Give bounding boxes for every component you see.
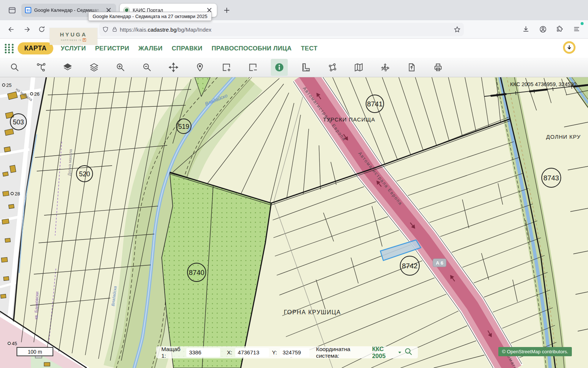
y-input[interactable] bbox=[280, 348, 309, 357]
area-label: ДОЛНИ КРУ bbox=[546, 134, 581, 140]
crs-value: ККС 2005 bbox=[372, 346, 395, 360]
crs-label: Координатна система: bbox=[316, 346, 368, 359]
extensions-icon[interactable] bbox=[553, 23, 566, 35]
svg-text:8740: 8740 bbox=[189, 269, 204, 276]
search-tool[interactable] bbox=[6, 59, 23, 76]
area-label: ГОРНА КРУШИЦА bbox=[284, 309, 341, 315]
svg-text:45: 45 bbox=[12, 341, 17, 346]
svg-text:520: 520 bbox=[79, 170, 90, 178]
url-text: https://kais.cadastre.bg/bg/Map/Index bbox=[120, 26, 453, 33]
y-label: Y: bbox=[272, 349, 277, 356]
osm-attribution[interactable]: © OpenStreetMap contributors. bbox=[498, 347, 572, 356]
measure-tool[interactable] bbox=[297, 59, 314, 76]
bookmark-star-icon[interactable] bbox=[453, 26, 461, 33]
layers-tool[interactable] bbox=[59, 59, 76, 76]
hyuga-title: HYUGA bbox=[60, 31, 87, 38]
layer-stack-tool[interactable] bbox=[86, 59, 103, 76]
hyuga-tagline: HAPPINESS IN bbox=[61, 39, 82, 41]
lock-icon bbox=[112, 26, 118, 32]
coordinate-search-icon[interactable] bbox=[404, 347, 413, 357]
svg-text:28: 28 bbox=[15, 191, 20, 197]
chevron-down-icon bbox=[398, 351, 401, 354]
svg-text:8741: 8741 bbox=[367, 100, 383, 108]
new-tab-button[interactable] bbox=[221, 5, 232, 16]
apps-grid-icon[interactable] bbox=[4, 43, 15, 54]
floorplan-icon bbox=[83, 38, 86, 42]
nav-spravki[interactable]: СПРАВКИ bbox=[172, 45, 202, 52]
svg-text:26: 26 bbox=[34, 91, 39, 97]
nav-registri[interactable]: РЕГИСТРИ bbox=[95, 45, 129, 52]
measure-area-tool[interactable] bbox=[324, 59, 341, 76]
collapse-download-button[interactable] bbox=[563, 41, 576, 54]
shield-icon bbox=[102, 26, 109, 33]
google-calendar-icon: 31 bbox=[25, 7, 31, 13]
scale-bar: 100 m bbox=[17, 347, 53, 356]
hyuga-logo: HYUGA HAPPINESS IN bbox=[50, 28, 97, 45]
url-bar[interactable]: https://kais.cadastre.bg/bg/Map/Index bbox=[99, 23, 464, 36]
coordinates-tool[interactable] bbox=[377, 59, 394, 76]
reload-icon[interactable] bbox=[35, 23, 48, 36]
svg-text:А 6: А 6 bbox=[436, 260, 443, 266]
svg-text:503: 503 bbox=[13, 118, 24, 126]
svg-text:25: 25 bbox=[6, 82, 11, 88]
map-sheet-tool[interactable] bbox=[350, 59, 367, 76]
svg-text:519: 519 bbox=[178, 123, 189, 130]
map-canvas[interactable]: А 6 503 519 520 8740 8741 8742 8743 25 2… bbox=[0, 77, 588, 368]
downloads-icon[interactable] bbox=[520, 23, 532, 35]
menu-icon[interactable] bbox=[570, 23, 583, 35]
tab-tooltip: Google Календар - Седмицата на 27 октомв… bbox=[88, 12, 212, 21]
crs-dropdown[interactable]: ККС 2005 bbox=[372, 346, 401, 360]
back-icon[interactable] bbox=[5, 23, 18, 36]
scale-label: Мащаб 1: bbox=[161, 346, 183, 359]
scale-input[interactable] bbox=[186, 348, 220, 357]
info-tool[interactable] bbox=[271, 59, 288, 76]
export-tool[interactable] bbox=[403, 59, 420, 76]
nav-zhalbi[interactable]: ЖАЛБИ bbox=[138, 45, 162, 52]
select-remove-tool[interactable] bbox=[244, 59, 261, 76]
nav-uslugi[interactable]: УСЛУГИ bbox=[61, 45, 86, 52]
forward-icon[interactable] bbox=[21, 23, 33, 36]
select-add-tool[interactable] bbox=[218, 59, 235, 76]
x-input[interactable] bbox=[235, 348, 269, 357]
zoom-in-tool[interactable] bbox=[112, 59, 129, 76]
nav-karta[interactable]: КАРТА bbox=[18, 42, 53, 54]
firefox-view-icon[interactable] bbox=[7, 6, 18, 15]
map-status-bar: Мащаб 1: X: Y: Координатна система: ККС … bbox=[156, 346, 418, 358]
nav-test[interactable]: ТЕСТ bbox=[301, 45, 318, 52]
map-toolbar bbox=[0, 58, 588, 77]
district-label: кв. Банковски bbox=[33, 291, 40, 319]
route-tool[interactable] bbox=[33, 59, 50, 76]
locate-tool[interactable] bbox=[191, 59, 208, 76]
nav-pravosposobni[interactable]: ПРАВОСПОСОБНИ ЛИЦА bbox=[212, 45, 292, 52]
pan-tool[interactable] bbox=[165, 59, 182, 76]
x-label: X: bbox=[227, 349, 232, 356]
svg-text:8742: 8742 bbox=[402, 262, 417, 270]
account-icon[interactable] bbox=[537, 23, 549, 35]
corner-coordinates: ККС 2005 4736959, 324530 bbox=[510, 81, 576, 87]
cadastral-map[interactable]: А 6 503 519 520 8740 8741 8742 8743 25 2… bbox=[0, 77, 588, 368]
update-dot bbox=[581, 22, 584, 25]
road-ref-badge: А 6 bbox=[433, 259, 446, 267]
svg-text:8743: 8743 bbox=[544, 174, 559, 182]
zoom-out-tool[interactable] bbox=[139, 59, 155, 76]
print-tool[interactable] bbox=[430, 59, 447, 76]
